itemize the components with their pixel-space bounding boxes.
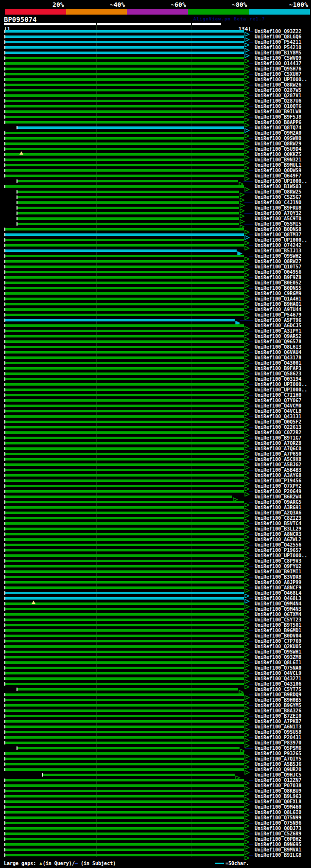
similarity-bar[interactable] xyxy=(5,496,232,498)
alignment-row[interactable]: UniRef100_O74242 xyxy=(0,243,311,248)
subject-id-label[interactable]: UniRef100_B9MVA1 xyxy=(255,847,301,852)
subject-id-label[interactable]: UniRef100_Q8L6I3 xyxy=(255,344,301,350)
subject-id-label[interactable]: UniRef100_B9F9Z8 xyxy=(255,275,301,280)
similarity-bar[interactable] xyxy=(5,784,244,787)
alignment-row[interactable]: UniRef100_B9ILW8 xyxy=(0,109,311,114)
subject-id-label[interactable]: UniRef100_UPI000.. xyxy=(255,553,307,558)
similarity-bar[interactable] xyxy=(5,554,244,557)
alignment-row[interactable]: UniRef100_Q8RW29 xyxy=(0,141,311,146)
alignment-row[interactable]: UniRef100_Q287V1 xyxy=(0,93,311,98)
alignment-row[interactable]: UniRef100_B9T501 xyxy=(0,622,311,628)
subject-id-label[interactable]: UniRef100_Q8TM37 xyxy=(255,232,301,237)
subject-id-label[interactable]: UniRef100_Q8L6I0 xyxy=(255,810,301,815)
alignment-row[interactable]: UniRef100_Q0KKZ5 xyxy=(0,152,311,157)
subject-id-label[interactable]: UniRef100_B9N321 xyxy=(255,157,301,162)
subject-id-label[interactable]: UniRef100_Q0KKZ5 xyxy=(255,152,301,157)
similarity-bar[interactable] xyxy=(5,683,244,685)
alignment-row[interactable]: UniRef100_B9IMI1 xyxy=(0,569,311,574)
alignment-row[interactable]: UniRef100_Q9UR20 xyxy=(0,767,311,772)
alignment-row[interactable]: UniRef100_Q93Z22 xyxy=(0,29,311,34)
similarity-bar[interactable] xyxy=(5,346,244,348)
similarity-bar[interactable] xyxy=(5,73,244,75)
subject-id-label[interactable]: UniRef100_UPI000.. xyxy=(255,387,307,392)
subject-id-label[interactable]: UniRef100_Q4VCL9 xyxy=(255,671,301,676)
similarity-bar[interactable] xyxy=(5,576,244,578)
alignment-row[interactable]: UniRef100_Q6VAU4 xyxy=(0,350,311,355)
similarity-bar[interactable] xyxy=(5,271,244,273)
alignment-row[interactable]: UniRef100_C5YT23 xyxy=(0,617,311,622)
subject-id-label[interactable]: UniRef100_A7P6S0 xyxy=(255,451,301,457)
similarity-bar[interactable] xyxy=(5,185,244,188)
similarity-bar[interactable] xyxy=(17,688,238,691)
subject-id-label[interactable]: UniRef100_A8JP99 xyxy=(255,580,301,585)
subject-id-label[interactable]: UniRef100_Q4VCL8 xyxy=(255,408,301,414)
similarity-bar[interactable] xyxy=(5,169,244,172)
alignment-row[interactable]: UniRef100_Q0DWS9 xyxy=(0,168,311,173)
alignment-row[interactable]: UniRef100_C0Z2R2 xyxy=(0,430,311,435)
alignment-row[interactable]: UniRef100_Q0EXL8 xyxy=(0,799,311,804)
similarity-bar[interactable] xyxy=(5,367,244,370)
alignment-row[interactable]: UniRef100_A7PKB7 xyxy=(0,719,311,724)
subject-id-label[interactable]: UniRef100_C9RGM9 xyxy=(255,291,301,296)
alignment-row[interactable]: UniRef100_Q42556 xyxy=(0,542,311,548)
similarity-bar[interactable] xyxy=(5,597,244,600)
subject-id-label[interactable]: UniRef100_Q8RW27 xyxy=(255,259,301,264)
alignment-row[interactable]: UniRef100_B9T1G7 xyxy=(0,435,311,441)
subject-id-label[interactable]: UniRef100_Q43131 xyxy=(255,414,301,419)
similarity-bar[interactable] xyxy=(5,164,244,166)
subject-id-label[interactable]: UniRef100_O04956 xyxy=(255,269,301,275)
similarity-bar[interactable] xyxy=(5,308,244,311)
subject-id-label[interactable]: UniRef100_P83970 xyxy=(255,740,301,745)
subject-id-label[interactable]: UniRef100_A7PKB7 xyxy=(255,719,301,724)
subject-id-label[interactable]: UniRef100_Q9HJC5 xyxy=(255,772,301,778)
alignment-row[interactable]: UniRef100_Q9M4N4 xyxy=(0,601,311,606)
alignment-row[interactable]: UniRef100_P83970 xyxy=(0,740,311,745)
alignment-row[interactable]: UniRef100_B0E052 xyxy=(0,280,311,285)
subject-id-label[interactable]: UniRef100_B3LL29 xyxy=(255,526,301,531)
subject-id-label[interactable]: UniRef100_A7QIY5 xyxy=(255,756,301,762)
alignment-row[interactable]: UniRef100_Q4VCL9 xyxy=(0,671,311,676)
similarity-bar[interactable] xyxy=(17,207,239,209)
similarity-bar[interactable] xyxy=(5,335,244,337)
alignment-row[interactable]: UniRef100_B0DNS8 xyxy=(0,227,311,232)
alignment-row[interactable]: UniRef100_Q9AR52 xyxy=(0,334,311,339)
similarity-bar[interactable] xyxy=(5,640,244,642)
subject-id-label[interactable]: UniRef100_Q43001 xyxy=(255,360,301,366)
alignment-row[interactable]: UniRef100_B9GMD1 xyxy=(0,628,311,633)
alignment-row[interactable]: UniRef100_B9F5J8 xyxy=(0,114,311,120)
alignment-row[interactable]: UniRef100_B9HAQ1 xyxy=(0,301,311,307)
alignment-row[interactable]: UniRef100_A5B4B3 xyxy=(0,467,311,473)
subject-id-label[interactable]: UniRef100_Q6TXM4 xyxy=(255,612,301,617)
similarity-bar[interactable] xyxy=(5,779,244,781)
alignment-row[interactable]: UniRef100_P54210 xyxy=(0,45,311,50)
alignment-row[interactable]: UniRef100_Q9SU58 xyxy=(0,729,311,735)
alignment-row[interactable]: UniRef100_B9N695 xyxy=(0,842,311,847)
similarity-bar[interactable] xyxy=(5,298,244,300)
similarity-bar[interactable] xyxy=(5,52,244,54)
similarity-bar[interactable] xyxy=(5,827,244,830)
alignment-row[interactable]: UniRef100_Q8TM37 xyxy=(0,232,311,237)
subject-id-label[interactable]: UniRef100_Q9AR52 xyxy=(255,334,301,339)
alignment-row[interactable]: UniRef100_B9GYM5 xyxy=(0,703,311,708)
alignment-row[interactable]: UniRef100_A7QIY5 xyxy=(0,756,311,762)
alignment-row[interactable]: UniRef100_A3AY68 xyxy=(0,473,311,478)
similarity-bar[interactable] xyxy=(5,742,244,744)
subject-id-label[interactable]: UniRef100_B9RDQ9 xyxy=(255,692,301,697)
similarity-bar[interactable] xyxy=(5,538,244,541)
similarity-bar[interactable] xyxy=(5,62,244,65)
similarity-bar[interactable] xyxy=(17,223,239,225)
alignment-row[interactable]: UniRef100_C5WVQ9 xyxy=(0,55,311,61)
similarity-bar[interactable] xyxy=(5,110,244,113)
similarity-bar[interactable] xyxy=(5,506,244,509)
similarity-bar[interactable] xyxy=(5,431,244,434)
similarity-bar[interactable] xyxy=(5,731,244,733)
subject-id-label[interactable]: UniRef100_P07038 xyxy=(255,783,301,788)
subject-id-label[interactable]: UniRef100_O22613 xyxy=(255,425,301,430)
similarity-bar[interactable] xyxy=(5,838,244,840)
alignment-row[interactable]: UniRef100_O14437 xyxy=(0,61,311,66)
alignment-row[interactable]: UniRef100_A3RG91 xyxy=(0,505,311,510)
similarity-bar[interactable] xyxy=(5,533,244,535)
subject-id-label[interactable]: UniRef100_C0Z2R2 xyxy=(255,430,301,435)
subject-id-label[interactable]: UniRef100_B9FAP3 xyxy=(255,366,301,371)
similarity-bar[interactable] xyxy=(5,629,244,632)
